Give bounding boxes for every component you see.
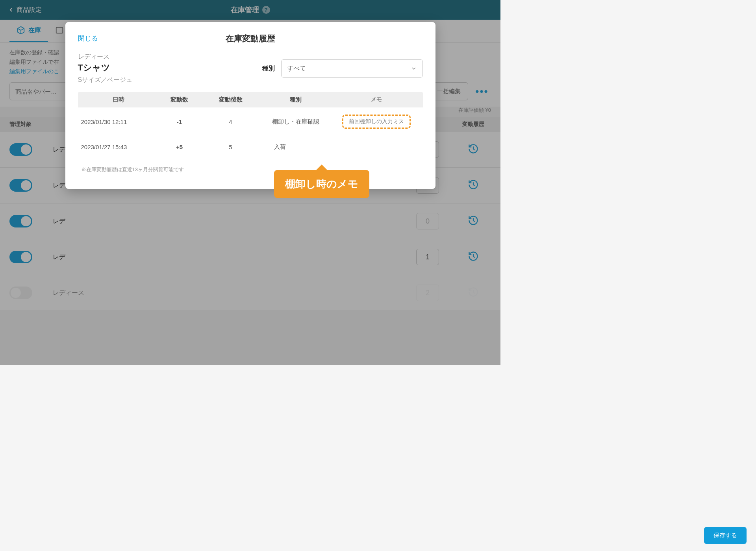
col-type: 種別 [258,96,333,104]
annotation-callout: 棚卸し時のメモ [274,170,369,198]
product-name: Tシャツ [78,62,133,74]
chevron-down-icon [411,65,417,72]
product-category: レディース [78,53,133,61]
filter-label: 種別 [262,65,275,73]
type-filter-select[interactable]: すべて [281,59,423,78]
stock-history-modal: 閉じる 在庫変動履歴 レディース Tシャツ Sサイズ／ベージュ 種別 すべて 日… [65,22,435,189]
col-change: 変動数 [156,96,203,104]
cell-date: 2023/01/30 12:11 [81,118,156,125]
history-table-header: 日時 変動数 変動後数 種別 メモ [78,92,423,107]
cell-date: 2023/01/27 15:43 [81,144,156,150]
history-note: ※在庫変動履歴は直近13ヶ月分閲覧可能です [78,166,423,173]
filter-value: すべて [287,65,306,73]
cell-memo-highlighted: 前回棚卸しの入力ミス [342,115,411,129]
cell-type: 棚卸し・在庫確認 [258,118,333,126]
history-row: 2023/01/27 15:43 +5 5 入荷 [78,136,423,158]
cell-type: 入荷 [258,143,333,151]
col-after: 変動後数 [203,96,258,104]
cell-change: +5 [156,144,203,150]
cell-after: 5 [203,144,258,150]
modal-close-button[interactable]: 閉じる [78,34,98,43]
col-date: 日時 [81,96,156,104]
product-meta: レディース Tシャツ Sサイズ／ベージュ [78,53,133,84]
cell-change: -1 [156,118,203,125]
product-variant: Sサイズ／ベージュ [78,76,133,84]
cell-after: 4 [203,118,258,125]
col-memo: メモ [333,96,420,104]
modal-title: 在庫変動履歴 [226,33,275,44]
history-row: 2023/01/30 12:11 -1 4 棚卸し・在庫確認 前回棚卸しの入力ミ… [78,107,423,136]
